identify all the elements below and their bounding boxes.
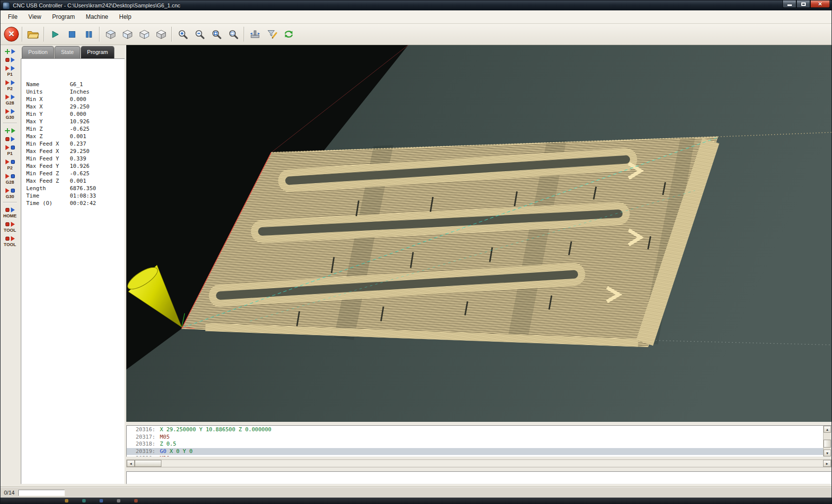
side-button-label: G30 xyxy=(5,194,14,199)
side-button-label: P2 xyxy=(7,86,12,91)
magnifier-minus-icon xyxy=(195,29,205,39)
program-info-panel: NameG6_1UnitsInchesMin X0.000Max X29.250… xyxy=(21,58,125,484)
side-separator xyxy=(3,123,17,124)
gcode-line[interactable]: 20317:M05 xyxy=(127,434,823,441)
menu-machine[interactable]: Machine xyxy=(80,11,113,22)
side-button-icon xyxy=(5,136,15,142)
side-button-g30[interactable]: G30 xyxy=(5,186,15,200)
menu-file[interactable]: File xyxy=(2,11,23,22)
gcode-line[interactable]: 20319:G0 X 0 Y 0 xyxy=(127,448,823,455)
taskbar-icon[interactable] xyxy=(134,499,138,503)
zoom-out-button[interactable] xyxy=(191,26,208,43)
side-button[interactable] xyxy=(5,55,15,63)
panel-tabs: PositionStateProgram xyxy=(21,46,125,58)
minimize-button[interactable] xyxy=(782,0,796,8)
tab-position[interactable]: Position xyxy=(22,46,54,58)
refresh-swap-button[interactable] xyxy=(280,26,297,43)
info-row: Max X29.250 xyxy=(26,103,121,110)
side-button-label: P2 xyxy=(7,165,12,170)
side-button[interactable] xyxy=(5,126,15,134)
open-file-button[interactable] xyxy=(25,26,42,43)
side-button-icon xyxy=(5,108,15,114)
app-icon xyxy=(2,2,10,9)
hscroll-thumb[interactable] xyxy=(135,460,161,467)
taskbar-icon[interactable] xyxy=(65,499,68,503)
stop-cross-icon: × xyxy=(4,27,19,42)
info-row: Max Feed Y10.926 xyxy=(26,162,121,170)
menu-view[interactable]: View xyxy=(23,11,47,22)
tab-program[interactable]: Program xyxy=(81,46,114,58)
zoom-fit-button[interactable] xyxy=(208,26,225,43)
gcode-list[interactable]: 20316:X 29.250000 Y 10.886500 Z 0.000000… xyxy=(127,426,823,456)
side-button-home[interactable]: HOME xyxy=(3,205,17,219)
funnel-pencil-icon xyxy=(267,29,277,39)
gcode-hscrollbar[interactable]: ◄ ► xyxy=(126,459,832,467)
side-button-label: HOME xyxy=(3,213,17,218)
vscroll-thumb[interactable] xyxy=(824,440,831,448)
vscroll-track[interactable] xyxy=(824,433,831,450)
side-button-tool[interactable]: TOOL xyxy=(4,219,16,234)
gcode-vscrollbar[interactable]: ▲ ▼ xyxy=(823,426,831,456)
mdi-input[interactable] xyxy=(126,471,832,484)
gcode-line[interactable]: 20320:M30 xyxy=(127,455,823,456)
zoom-window-button[interactable] xyxy=(225,26,242,43)
side-button[interactable] xyxy=(5,134,15,143)
side-button-p2[interactable]: P2 xyxy=(5,78,15,92)
capture-toolpath-button[interactable] xyxy=(247,26,263,43)
view-isometric-button[interactable] xyxy=(153,26,169,43)
app-window: CNC USB Controller - C:\Users\kram242\De… xyxy=(0,0,832,504)
info-row: Max Feed Z0.001 xyxy=(26,177,121,185)
windows-taskbar[interactable] xyxy=(0,498,832,504)
start-button[interactable] xyxy=(47,26,63,43)
side-separator xyxy=(3,202,17,203)
stop-icon xyxy=(68,30,76,39)
side-button-g30[interactable]: G30 xyxy=(5,106,15,121)
maximize-button[interactable] xyxy=(796,0,810,8)
view-top-button[interactable] xyxy=(102,26,119,43)
pause-button[interactable] xyxy=(80,26,97,43)
toolbar-separator xyxy=(171,27,172,42)
zoom-in-button[interactable] xyxy=(174,26,191,43)
gcode-line[interactable]: 20316:X 29.250000 Y 10.886500 Z 0.000000 xyxy=(127,426,823,434)
side-button[interactable] xyxy=(5,47,15,55)
menu-help[interactable]: Help xyxy=(114,11,137,22)
gcode-line[interactable]: 20318:Z 0.5 xyxy=(127,441,823,448)
info-row: Max Feed X29.250 xyxy=(26,148,121,155)
taskbar-icon[interactable] xyxy=(82,499,86,503)
refresh-arrows-icon xyxy=(284,30,294,39)
stop-button[interactable] xyxy=(63,26,80,43)
toolbar-separator xyxy=(44,27,45,42)
statusbar: 0/14 xyxy=(0,487,832,498)
scroll-right-icon[interactable]: ► xyxy=(823,460,831,467)
info-row: Time (O)00:02:42 xyxy=(26,200,121,207)
side-button-tool[interactable]: TOOL xyxy=(4,234,16,248)
play-icon xyxy=(51,30,59,39)
viewport-3d[interactable] xyxy=(126,45,832,422)
hscroll-track[interactable] xyxy=(161,460,823,467)
folder-icon xyxy=(27,30,39,39)
scroll-up-icon[interactable]: ▲ xyxy=(824,426,831,433)
taskbar-icon[interactable] xyxy=(117,499,120,503)
info-row: Min Feed X0.237 xyxy=(26,140,121,148)
side-button-icon xyxy=(5,221,15,227)
side-button-p2[interactable]: P2 xyxy=(5,157,15,171)
side-button-icon xyxy=(5,188,15,193)
measure-edit-button[interactable] xyxy=(263,26,280,43)
taskbar-icon[interactable] xyxy=(100,499,103,503)
scroll-left-icon[interactable]: ◄ xyxy=(127,460,135,467)
scroll-down-icon[interactable]: ▼ xyxy=(824,450,831,456)
info-row: Length6876.350 xyxy=(26,185,121,192)
menubar: FileViewProgramMachineHelp xyxy=(0,10,832,24)
view-front-button[interactable] xyxy=(119,26,136,43)
side-button-icon xyxy=(5,94,15,100)
magnifier-fit-icon xyxy=(211,29,221,39)
close-button[interactable]: × xyxy=(810,0,830,8)
side-button-p1[interactable]: P1 xyxy=(5,63,15,78)
emergency-stop-button[interactable]: × xyxy=(3,26,20,43)
menu-program[interactable]: Program xyxy=(47,11,80,22)
side-button-p1[interactable]: P1 xyxy=(5,143,15,157)
side-button-g28[interactable]: G28 xyxy=(5,92,15,106)
side-button-g28[interactable]: G28 xyxy=(5,171,15,186)
view-side-button[interactable] xyxy=(136,26,153,43)
tab-state[interactable]: State xyxy=(54,46,80,58)
